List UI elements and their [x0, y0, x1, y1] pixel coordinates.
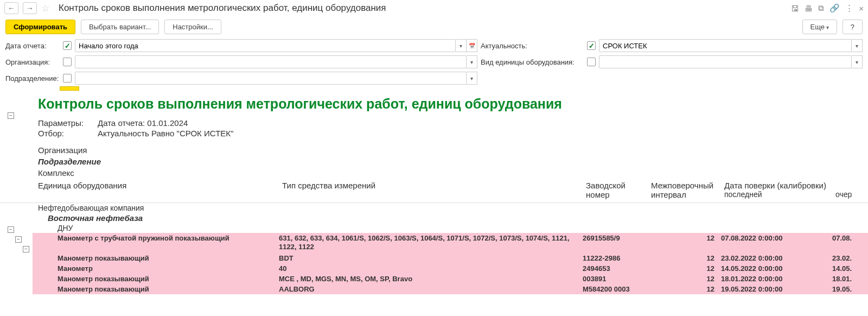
variant-button[interactable]: Выбрать вариант... [81, 20, 159, 34]
print-icon[interactable]: 🖶 [805, 4, 813, 13]
report-params: Параметры: Дата отчета: 01.01.2024 Отбор… [38, 118, 863, 138]
filter-eqtype-dropdown-icon[interactable]: ▾ [852, 55, 863, 68]
close-icon[interactable]: × [859, 4, 864, 13]
cell-next: 19.05. [830, 285, 868, 294]
cell-type: BDT [277, 254, 580, 263]
back-button[interactable]: ← [4, 2, 18, 14]
outline-collapse-1[interactable]: − [8, 112, 14, 119]
filter-row-date: Дата отчета: ✓ ▾ 📅 Актуальность: ✓ ▾ [0, 37, 868, 54]
column-headers: Единица оборудования Тип средства измере… [38, 181, 863, 199]
outline-collapse-2[interactable]: − [8, 226, 14, 233]
cell-last: 18.01.2022 0:00:00 [719, 274, 830, 283]
filter-dept-dropdown-icon[interactable]: ▾ [467, 72, 477, 85]
outline-collapse-4[interactable]: − [23, 246, 29, 252]
cell-serial: 003891 [580, 274, 646, 283]
cell-type: MCE , MD, MGS, MN, MS, OM, SP, Bravo [277, 274, 580, 283]
cell-next: 18.01. [830, 274, 868, 283]
cell-serial: 2494653 [580, 264, 646, 273]
filter-date-dropdown-icon[interactable]: ▾ [456, 39, 467, 52]
filter-actual-input[interactable] [599, 39, 852, 52]
tree-dept[interactable]: Восточная нефтебаза [33, 213, 868, 223]
col-serial: Заводской номер [586, 181, 651, 199]
filter-dept-checkbox[interactable] [63, 74, 72, 83]
outline-collapse-3[interactable]: − [15, 236, 22, 243]
filter-actual-dropdown-icon[interactable]: ▾ [852, 39, 863, 52]
settings-button[interactable]: Настройки... [164, 20, 221, 34]
group-complex: Комплекс [38, 168, 863, 178]
help-button[interactable]: ? [843, 20, 863, 34]
cell-last: 14.05.2022 0:00:00 [719, 264, 830, 273]
save-icon[interactable]: 🖫 [791, 4, 799, 13]
cell-serial: 11222-2986 [580, 254, 646, 263]
filter-eqtype-label: Вид единицы оборудования: [481, 58, 584, 66]
star-icon[interactable]: ☆ [41, 3, 52, 14]
cell-unit: Манометр [33, 264, 277, 273]
param-label: Параметры: [38, 118, 98, 128]
cell-last: 07.08.2022 0:00:00 [719, 233, 830, 252]
preview-icon[interactable]: ⧉ [818, 3, 824, 13]
group-org: Организация [38, 146, 863, 155]
form-button[interactable]: Сформировать [5, 20, 75, 34]
menu-icon[interactable]: ⋮ [845, 3, 853, 13]
filter-eqtype-checkbox[interactable] [587, 58, 596, 66]
header-icon-group: 🖫 🖶 ⧉ 🔗 ⋮ × [791, 3, 864, 13]
tree-org[interactable]: Нефтедобывающая компания [33, 203, 868, 213]
report-tab-marker [60, 86, 79, 91]
cell-interval: 12 [646, 233, 719, 252]
cell-type: 40 [277, 264, 580, 273]
filter-date-input[interactable] [75, 39, 456, 52]
filter-org-dropdown-icon[interactable]: ▾ [467, 55, 477, 68]
cell-interval: 12 [646, 274, 719, 283]
more-button[interactable]: Еще [802, 20, 837, 34]
link-icon[interactable]: 🔗 [829, 3, 840, 13]
filter-sum-label: Отбор: [38, 129, 98, 138]
filter-date-calendar-icon[interactable]: 📅 [467, 39, 477, 52]
filter-actual-checkbox[interactable]: ✓ [587, 41, 596, 50]
cell-last: 19.05.2022 0:00:00 [719, 285, 830, 294]
toolbar: Сформировать Выбрать вариант... Настройк… [0, 16, 868, 37]
report-area: − − − − Контроль сроков выполнения метро… [0, 90, 868, 294]
table-row[interactable]: Манометр показывающийBDT11222-29861223.0… [33, 253, 868, 263]
col-date: Дата поверки (калибровки) [724, 181, 835, 190]
filter-org-input[interactable] [75, 55, 467, 68]
filter-org-checkbox[interactable] [63, 58, 72, 66]
forward-button[interactable]: → [23, 2, 37, 14]
filter-dept-label: Подразделение: [5, 74, 60, 83]
filter-date-checkbox[interactable]: ✓ [63, 41, 72, 50]
filter-row-org: Организация: ▾ Вид единицы оборудования:… [0, 54, 868, 70]
page-title: Контроль сроков выполнения метрологическ… [59, 3, 787, 14]
outline-gutter: − − − − [0, 90, 33, 294]
param-value: Дата отчета: 01.01.2024 [98, 118, 863, 128]
filter-date-label: Дата отчета: [5, 42, 60, 50]
filter-actual-label: Актуальность: [481, 42, 584, 50]
cell-next: 14.05. [830, 264, 868, 273]
cell-serial: 26915585/9 [580, 233, 646, 252]
cell-type: 631, 632, 633, 634, 1061/S, 1062/S, 1063… [277, 233, 580, 252]
cell-next: 23.02. [830, 254, 868, 263]
cell-interval: 12 [646, 264, 719, 273]
filter-sum-value: Актуальность Равно "СРОК ИСТЕК" [98, 129, 863, 138]
table-row[interactable]: Манометр4024946531214.05.2022 0:00:0014.… [33, 263, 868, 274]
filter-dept-input[interactable] [75, 72, 467, 85]
cell-unit: Манометр с трубчатой пружиной показывающ… [33, 233, 277, 252]
cell-unit: Манометр показывающий [33, 274, 277, 283]
data-area: Нефтедобывающая компания Восточная нефте… [33, 203, 868, 294]
cell-type: AALBORG [277, 285, 580, 294]
cell-interval: 12 [646, 254, 719, 263]
cell-last: 23.02.2022 0:00:00 [719, 254, 830, 263]
filter-eqtype-input[interactable] [599, 55, 852, 68]
table-row[interactable]: Манометр показывающийMCE , MD, MGS, MN, … [33, 274, 868, 284]
filter-row-dept: Подразделение: ▾ [0, 70, 868, 86]
header-bar: ← → ☆ Контроль сроков выполнения метроло… [0, 0, 868, 16]
report-title: Контроль сроков выполнения метрологическ… [38, 96, 863, 112]
group-dept: Подразделение [38, 157, 863, 166]
col-last: последней [724, 190, 835, 199]
tree-complex[interactable]: ДНУ [33, 223, 868, 233]
cell-unit: Манометр показывающий [33, 285, 277, 294]
cell-interval: 12 [646, 285, 719, 294]
table-row[interactable]: Манометр с трубчатой пружиной показывающ… [33, 233, 868, 253]
col-next: очер [835, 190, 868, 199]
table-row[interactable]: Манометр показывающийAALBORGM584200 0003… [33, 284, 868, 294]
col-interval: Межповерочный интервал [651, 181, 724, 199]
col-type: Тип средства измерений [282, 181, 586, 199]
